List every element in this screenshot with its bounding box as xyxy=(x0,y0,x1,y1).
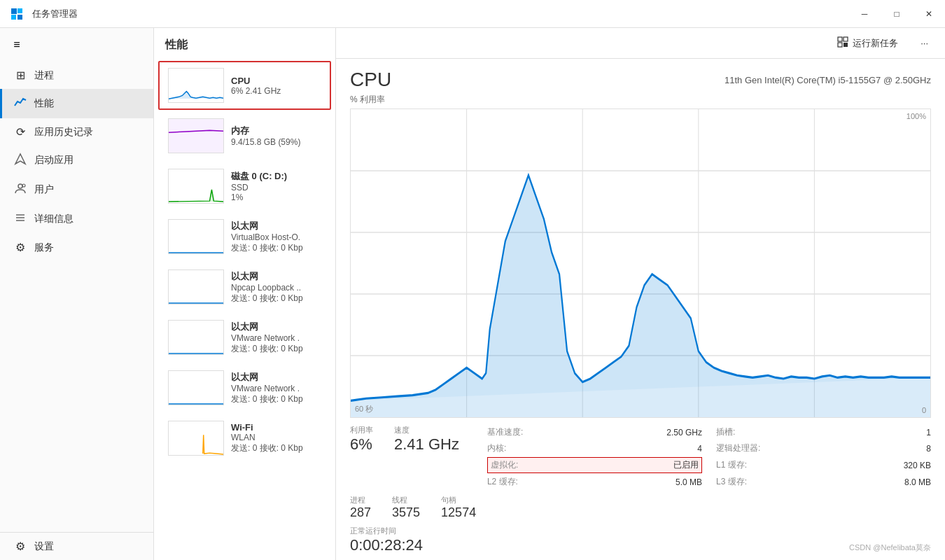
l3-val: 8.0 MB xyxy=(904,477,931,487)
memory-name: 内存 xyxy=(231,125,321,137)
cpu-mini-graph xyxy=(168,68,224,103)
disk-mini-graph xyxy=(168,169,224,204)
minimize-button[interactable]: ─ xyxy=(848,0,881,28)
base-speed-val: 2.50 GHz xyxy=(666,428,702,438)
perf-item-cpu[interactable]: CPU 6% 2.41 GHz xyxy=(158,61,331,110)
eth1-name: 以太网 xyxy=(231,220,321,232)
processes-icon: ⊞ xyxy=(13,69,27,82)
sidebar-item-app-history[interactable]: ⟳ 应用历史记录 xyxy=(0,118,153,146)
processes-stat: 进程 287 xyxy=(350,495,371,520)
l1-key: L1 缓存: xyxy=(716,459,747,471)
perf-item-eth2[interactable]: 以太网 Npcap Loopback .. 发送: 0 接收: 0 Kbp xyxy=(158,262,331,312)
svg-rect-1 xyxy=(18,8,22,13)
sidebar-label-app-history: 应用历史记录 xyxy=(34,126,93,139)
svg-marker-4 xyxy=(15,154,25,164)
perf-item-eth4[interactable]: 以太网 VMware Network . 发送: 0 接收: 0 Kbp xyxy=(158,363,331,412)
wifi-value2: 发送: 0 接收: 0 Kbp xyxy=(231,442,321,454)
perf-item-eth3[interactable]: 以太网 VMware Network . 发送: 0 接收: 0 Kbp xyxy=(158,313,331,362)
detail-panel: 运行新任务 ··· CPU 11th Gen Intel(R) Core(TM)… xyxy=(336,28,945,560)
logical-key: 逻辑处理器: xyxy=(716,442,760,454)
threads-stat: 线程 3575 xyxy=(392,495,420,520)
run-new-task-label: 运行新任务 xyxy=(853,37,898,50)
csdn-watermark: CSDN @Nefelibata莫奈 xyxy=(849,542,931,553)
hamburger-menu-button[interactable]: ≡ xyxy=(3,31,31,59)
window-controls: ─ □ ✕ xyxy=(848,0,945,28)
sidebar-item-details[interactable]: 详细信息 xyxy=(0,204,153,234)
eth2-value2: 发送: 0 接收: 0 Kbp xyxy=(231,293,321,304)
eth2-mini-graph xyxy=(168,270,224,304)
right-stat-l3: L3 缓存: 8.0 MB xyxy=(716,475,931,489)
right-stat-base-speed: 基准速度: 2.50 GHz xyxy=(487,425,702,440)
disk-info: 磁盘 0 (C: D:) SSD 1% xyxy=(231,170,321,202)
svg-rect-15 xyxy=(844,37,848,41)
perf-item-disk[interactable]: 磁盘 0 (C: D:) SSD 1% xyxy=(158,162,331,211)
stats-section: 利用率 6% 速度 2.41 GHz 基准速度: 2.50 GHz 插槽: 1 xyxy=(336,418,945,492)
l2-val: 5.0 MB xyxy=(676,477,702,487)
sidebar-label-processes: 进程 xyxy=(34,69,54,82)
uptime-value: 0:00:28:24 xyxy=(350,536,931,554)
sidebar-item-services[interactable]: ⚙ 服务 xyxy=(0,234,153,261)
cores-key: 内核: xyxy=(487,442,506,454)
performance-icon xyxy=(13,96,27,111)
sidebar: ≡ ⊞ 进程 性能 ⟳ 应用历史记录 启动应用 用户 xyxy=(0,28,154,560)
memory-value: 9.4/15.8 GB (59%) xyxy=(231,137,321,147)
svg-rect-14 xyxy=(838,37,842,41)
handles-value: 12574 xyxy=(441,505,476,520)
left-stats: 利用率 6% 速度 2.41 GHz xyxy=(350,425,459,489)
run-new-task-button[interactable]: 运行新任务 xyxy=(832,34,904,52)
handles-label: 句柄 xyxy=(441,495,476,505)
close-button[interactable]: ✕ xyxy=(913,0,945,28)
right-stat-logical: 逻辑处理器: 8 xyxy=(716,441,931,456)
eth4-value2: 发送: 0 接收: 0 Kbp xyxy=(231,393,321,405)
perf-item-wifi[interactable]: Wi-Fi WLAN 发送: 0 接收: 0 Kbp xyxy=(158,414,331,463)
app-icon xyxy=(6,3,28,25)
right-stat-cores: 内核: 4 xyxy=(487,441,702,456)
svg-rect-17 xyxy=(844,43,848,47)
eth2-value1: Npcap Loopback .. xyxy=(231,283,321,293)
l2-key: L2 缓存: xyxy=(487,476,518,488)
eth1-value2: 发送: 0 接收: 0 Kbp xyxy=(231,242,321,254)
speed-value: 2.41 GHz xyxy=(394,435,459,454)
memory-info: 内存 9.4/15.8 GB (59%) xyxy=(231,125,321,147)
right-stat-l1: L1 缓存: 320 KB xyxy=(716,457,931,473)
titlebar: 任务管理器 ─ □ ✕ xyxy=(0,0,945,28)
speed-label: 速度 xyxy=(394,425,459,435)
app-history-icon: ⟳ xyxy=(13,125,27,139)
cpu-info: CPU 6% 2.41 GHz xyxy=(231,76,321,96)
threads-label: 线程 xyxy=(392,495,420,505)
middle-panel-header: 性能 xyxy=(154,28,335,59)
sidebar-item-settings[interactable]: ⚙ 设置 xyxy=(0,533,153,560)
eth3-mini-graph xyxy=(168,320,224,355)
sidebar-item-users[interactable]: 用户 xyxy=(0,175,153,204)
users-icon xyxy=(13,182,27,197)
eth4-value1: VMware Network . xyxy=(231,384,321,393)
perf-item-memory[interactable]: 内存 9.4/15.8 GB (59%) xyxy=(158,111,331,160)
app-container: ≡ ⊞ 进程 性能 ⟳ 应用历史记录 启动应用 用户 xyxy=(0,28,945,560)
wifi-mini-graph xyxy=(168,421,224,456)
cpu-detail-title: CPU xyxy=(350,69,391,91)
disk-value2: 1% xyxy=(231,192,321,202)
wifi-value1: WLAN xyxy=(231,433,321,442)
sidebar-item-startup[interactable]: 启动应用 xyxy=(0,146,153,175)
perf-item-eth1[interactable]: 以太网 VirtualBox Host-O. 发送: 0 接收: 0 Kbp xyxy=(158,212,331,261)
sidebar-label-performance: 性能 xyxy=(34,97,54,110)
sidebar-item-processes[interactable]: ⊞ 进程 xyxy=(0,62,153,89)
more-options-button[interactable]: ··· xyxy=(915,35,934,51)
virtualization-key: 虚拟化: xyxy=(491,459,518,471)
right-stat-sockets: 插槽: 1 xyxy=(716,425,931,440)
eth3-info: 以太网 VMware Network . 发送: 0 接收: 0 Kbp xyxy=(231,321,321,355)
base-speed-key: 基准速度: xyxy=(487,426,523,438)
settings-icon: ⚙ xyxy=(13,540,27,553)
sidebar-item-performance[interactable]: 性能 xyxy=(0,89,153,118)
svg-rect-0 xyxy=(11,8,17,14)
sockets-key: 插槽: xyxy=(716,426,735,438)
utilization-stat: 利用率 6% xyxy=(350,425,373,489)
eth3-value2: 发送: 0 接收: 0 Kbp xyxy=(231,343,321,355)
cpu-detail-subtitle: 11th Gen Intel(R) Core(TM) i5-1155G7 @ 2… xyxy=(724,75,931,85)
uptime-section: 正常运行时间 0:00:28:24 xyxy=(336,523,945,560)
cpu-value: 6% 2.41 GHz xyxy=(231,86,321,96)
uptime-label: 正常运行时间 xyxy=(350,526,931,536)
eth3-value1: VMware Network . xyxy=(231,333,321,343)
maximize-button[interactable]: □ xyxy=(881,0,913,28)
cpu-chart: 100% 60 秒 0 xyxy=(350,108,931,418)
